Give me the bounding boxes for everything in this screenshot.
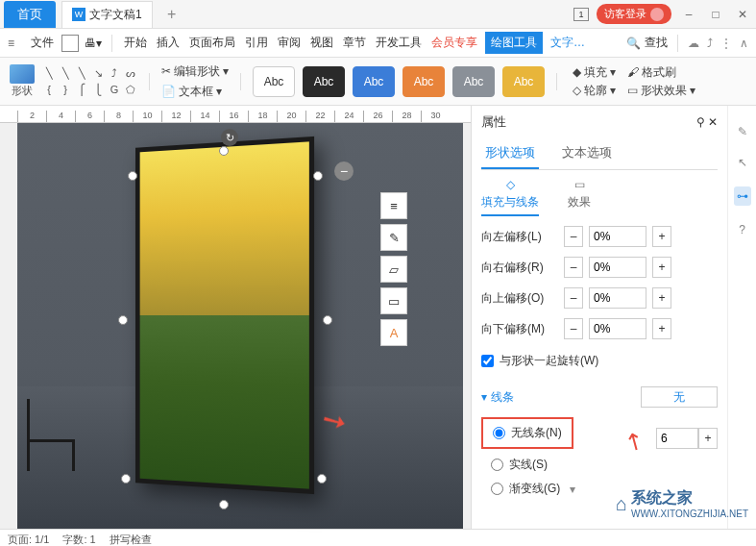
line-presets[interactable]: ╲╲╲↘⤴ᔕ {}⎧⎩G⬠ bbox=[42, 66, 137, 96]
status-page: 页面: 1/1 bbox=[8, 533, 49, 546]
radio-gradient-label: 渐变线(G) bbox=[509, 481, 560, 497]
menu-file[interactable]: 文件 bbox=[29, 32, 56, 54]
fill-button[interactable]: ◆ 填充▾ bbox=[573, 64, 616, 81]
menu-text[interactable]: 文字… bbox=[549, 32, 587, 54]
watermark: ⌂ 系统之家 WWW.XITONGZHIJIA.NET bbox=[616, 488, 748, 519]
line-none-select[interactable]: 无 bbox=[641, 386, 718, 408]
radio-solid-line[interactable] bbox=[491, 459, 503, 471]
search-label[interactable]: 查找 bbox=[645, 35, 668, 51]
tab-add[interactable]: + bbox=[160, 3, 183, 26]
format-brush[interactable]: 🖌 格式刷 bbox=[627, 64, 695, 81]
style-black[interactable]: Abc bbox=[303, 66, 345, 97]
style-gray[interactable]: Abc bbox=[452, 66, 495, 97]
status-spell[interactable]: 拼写检查 bbox=[110, 533, 152, 546]
chair-graphic bbox=[27, 394, 85, 471]
login-button[interactable]: 访客登录 bbox=[597, 4, 671, 24]
tab-shape-options[interactable]: 形状选项 bbox=[481, 138, 539, 169]
offset-down-plus[interactable]: + bbox=[652, 318, 671, 339]
menu-drawtools[interactable]: 绘图工具 bbox=[485, 32, 543, 54]
menu-member[interactable]: 会员专享 bbox=[429, 32, 479, 54]
radio-no-line-highlighted[interactable]: 无线条(N) bbox=[481, 417, 573, 449]
style-gold[interactable]: Abc bbox=[502, 66, 545, 97]
extra-plus[interactable]: + bbox=[698, 428, 718, 449]
menu-review[interactable]: 审阅 bbox=[276, 32, 303, 54]
hamburger-icon[interactable]: ≡ bbox=[8, 37, 23, 50]
annotation-arrow-2: ↖ bbox=[620, 425, 649, 458]
offset-left-plus[interactable]: + bbox=[652, 226, 671, 247]
offset-right-plus[interactable]: + bbox=[652, 257, 671, 278]
offset-left-input[interactable] bbox=[589, 226, 646, 247]
side-pointer-icon[interactable]: ↖ bbox=[738, 156, 747, 169]
side-settings-icon[interactable]: ⊶ bbox=[734, 186, 751, 206]
side-pen-icon[interactable]: ✎ bbox=[738, 125, 747, 138]
tab-home[interactable]: 首页 bbox=[4, 1, 56, 28]
menu-layout[interactable]: 页面布局 bbox=[187, 32, 237, 54]
offset-down-label: 向下偏移(M) bbox=[481, 321, 558, 337]
avatar-icon bbox=[650, 8, 664, 21]
collapse-icon[interactable]: ▾ bbox=[481, 390, 487, 404]
offset-left-minus[interactable]: – bbox=[564, 226, 583, 247]
offset-up-plus[interactable]: + bbox=[652, 287, 671, 309]
offset-down-input[interactable] bbox=[589, 318, 646, 339]
style-orange[interactable]: Abc bbox=[402, 66, 445, 97]
radio-solid-label: 实线(S) bbox=[509, 457, 548, 473]
menu-view[interactable]: 视图 bbox=[308, 32, 335, 54]
doc-icon: W bbox=[72, 8, 85, 21]
expand-icon[interactable]: ∧ bbox=[740, 37, 748, 50]
offset-down-minus[interactable]: – bbox=[564, 318, 583, 339]
float-tool-shape[interactable]: ▱ bbox=[380, 256, 407, 283]
offset-up-minus[interactable]: – bbox=[564, 287, 583, 309]
shapes-menu[interactable]: 形状 bbox=[10, 64, 35, 98]
rotate-handle[interactable]: ↻ bbox=[221, 129, 238, 146]
zoom-out-handle[interactable]: − bbox=[334, 161, 354, 181]
offset-left-label: 向左偏移(L) bbox=[481, 229, 558, 245]
menu-insert[interactable]: 插入 bbox=[155, 32, 182, 54]
menu-chapter[interactable]: 章节 bbox=[341, 32, 368, 54]
save-icon[interactable] bbox=[61, 35, 79, 52]
side-help-icon[interactable]: ? bbox=[739, 223, 745, 236]
minimize-button[interactable]: – bbox=[679, 5, 698, 24]
edit-shape-button[interactable]: ✂ 编辑形状 ▾ bbox=[161, 63, 229, 80]
share-icon[interactable]: ⤴ bbox=[707, 37, 713, 50]
style-white[interactable]: Abc bbox=[253, 66, 295, 97]
canvas-area[interactable]: 24681012141618202224262830 ↻ − bbox=[0, 106, 471, 529]
offset-right-input[interactable] bbox=[589, 257, 646, 278]
menu-ref[interactable]: 引用 bbox=[243, 32, 270, 54]
search-icon[interactable]: 🔍 bbox=[626, 37, 641, 50]
style-blue[interactable]: Abc bbox=[353, 66, 395, 97]
offset-up-input[interactable] bbox=[589, 287, 646, 309]
subtab-fill-line[interactable]: ◇填充与线条 bbox=[481, 178, 539, 216]
menu-start[interactable]: 开始 bbox=[122, 32, 149, 54]
selected-picture[interactable] bbox=[135, 136, 314, 494]
cloud-icon[interactable]: ☁ bbox=[688, 37, 699, 50]
tab-document[interactable]: W 文字文稿1 bbox=[61, 1, 153, 28]
panel-title: 属性 bbox=[481, 113, 506, 131]
outline-button[interactable]: ◇ 轮廓▾ bbox=[573, 83, 616, 99]
panel-close-icon[interactable]: ✕ bbox=[708, 115, 718, 129]
more-icon[interactable]: ⋮ bbox=[720, 37, 732, 50]
doc-title: 文字文稿1 bbox=[89, 7, 142, 23]
float-tool-edit[interactable]: ✎ bbox=[380, 224, 407, 251]
rotate-check-label: 与形状一起旋转(W) bbox=[500, 353, 598, 369]
tab-text-options[interactable]: 文本选项 bbox=[558, 138, 616, 169]
extra-input[interactable] bbox=[656, 428, 698, 449]
offset-right-minus[interactable]: – bbox=[564, 257, 583, 278]
radio-no-line[interactable] bbox=[493, 427, 505, 439]
rotate-checkbox[interactable] bbox=[481, 355, 494, 367]
menu-dev[interactable]: 开发工具 bbox=[374, 32, 424, 54]
shape-effect[interactable]: ▭ 形状效果▾ bbox=[627, 83, 695, 99]
subtab-effect[interactable]: ▭效果 bbox=[568, 178, 591, 216]
pin-icon[interactable]: ⚲ bbox=[696, 115, 705, 129]
maximize-button[interactable]: □ bbox=[706, 5, 725, 24]
textbox-button[interactable]: 📄 文本框 ▾ bbox=[161, 84, 229, 100]
radio-gradient-line[interactable] bbox=[491, 483, 503, 495]
ruler-horizontal: 24681012141618202224262830 bbox=[0, 106, 471, 123]
print-icon[interactable]: 🖶▾ bbox=[85, 37, 102, 50]
float-tool-text[interactable]: A bbox=[380, 319, 407, 346]
float-tool-layout[interactable]: ≡ bbox=[380, 192, 407, 219]
line-section-title: 线条 bbox=[491, 389, 514, 406]
close-button[interactable]: ✕ bbox=[733, 5, 752, 24]
float-tool-rect[interactable]: ▭ bbox=[380, 287, 407, 314]
offset-up-label: 向上偏移(O) bbox=[481, 290, 558, 307]
window-indicator[interactable]: 1 bbox=[573, 8, 589, 21]
